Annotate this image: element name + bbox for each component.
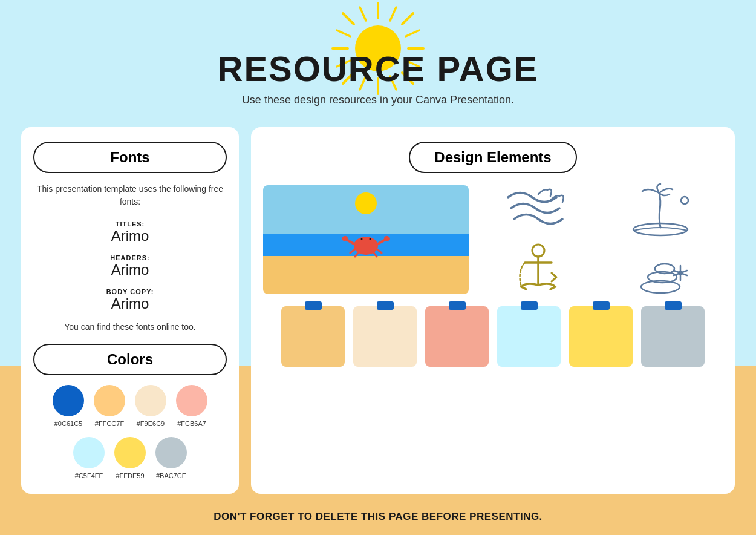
page-footer: DON'T FORGET TO DELETE THIS PAGE BEFORE … [0,511,756,523]
wind-waves-icon [502,185,575,234]
swatch-circle-yellow [114,437,146,468]
svg-point-31 [681,197,688,204]
color-swatch-orange: #FFCC7F [94,385,125,427]
swatch-circle-orange [94,385,125,416]
svg-line-4 [343,13,354,24]
fonts-header: Fonts [33,142,227,173]
font-titles-label: TITLES: [33,220,227,228]
palm-tree-icon-container [604,185,723,234]
page-subtitle: Use these design resources in your Canva… [0,94,756,107]
fonts-find-text: You can find these fonts online too. [33,322,227,332]
page-title: RESOURCE PAGE [0,48,756,89]
colors-header: Colors [33,344,227,375]
anchor-icon [508,240,569,294]
color-swatch-yellow: #FFDE59 [114,437,146,479]
swatch-label-orange: #FFCC7F [95,420,124,427]
swatch-circle-blue [53,385,84,416]
font-body-label: BODY COPY: [33,288,227,295]
sticky-note-3 [425,306,489,367]
svg-line-8 [337,30,350,36]
svg-line-12 [406,30,419,36]
left-panel: Fonts This presentation template uses th… [21,127,239,494]
color-swatch-lightblue: #C5F4FF [73,437,105,479]
svg-line-10 [360,7,366,21]
fonts-label: Fonts [110,149,149,166]
swatch-label-pink: #FCB6A7 [177,420,206,427]
beach-sun [355,192,377,214]
font-headers-name: Arimo [33,261,227,278]
sticky-note-2 [353,306,417,367]
sticky-note-6 [641,306,705,367]
font-entry-titles: TITLES: Arimo [33,220,227,245]
swatch-circle-lightblue [73,437,105,468]
colors-label: Colors [107,351,153,368]
svg-line-6 [402,13,413,24]
swatch-circle-cream [135,385,166,416]
content-wrapper: Fonts This presentation template uses th… [21,127,735,494]
color-swatches-row2: #C5F4FF #FFDE59 #BAC7CE [33,437,227,479]
swatch-circle-pink [176,385,207,416]
svg-point-17 [354,237,378,255]
stones-icon [627,240,700,294]
right-panel: Design Elements [251,127,735,494]
icons-grid [478,185,723,294]
sticky-note-1 [281,306,345,367]
sticky-notes-row [263,306,723,367]
design-elements-label: Design Elements [434,149,551,166]
font-body-name: Arimo [33,295,227,312]
colors-section: Colors #0C61C5 #FFCC7F #F9E6C9 [33,344,227,479]
swatch-label-cream: #F9E6C9 [137,420,165,427]
swatch-circle-gray [155,437,187,468]
sticky-note-4 [497,306,561,367]
footer-text: DON'T FORGET TO DELETE THIS PAGE BEFORE … [0,511,756,523]
swatch-label-blue: #0C61C5 [54,420,82,427]
swatch-label-gray: #BAC7CE [156,472,186,479]
color-swatch-cream: #F9E6C9 [135,385,166,427]
anchor-icon-container [478,243,598,291]
color-swatch-pink: #FCB6A7 [176,385,207,427]
wind-icon-container [478,185,598,234]
page-header: RESOURCE PAGE Use these design resources… [0,48,756,107]
design-elements-header: Design Elements [409,142,576,173]
font-entry-body: BODY COPY: Arimo [33,288,227,312]
sticky-note-5 [569,306,633,367]
font-titles-name: Arimo [33,228,227,245]
svg-line-22 [347,240,355,245]
svg-point-32 [532,245,544,257]
elements-top-row [263,185,723,294]
swatch-label-yellow: #FFDE59 [116,472,144,479]
svg-line-24 [377,240,385,245]
svg-point-20 [361,238,363,240]
svg-point-21 [370,238,371,240]
svg-line-14 [390,7,396,21]
fonts-description: This presentation template uses the foll… [33,183,227,208]
crab-icon [342,222,390,264]
beach-scene [263,185,469,294]
color-swatch-blue: #0C61C5 [53,385,84,427]
color-swatch-gray: #BAC7CE [155,437,187,479]
color-swatches-row1: #0C61C5 #FFCC7F #F9E6C9 #FCB6A7 [33,385,227,427]
stones-icon-container [604,243,723,291]
swatch-label-lightblue: #C5F4FF [75,472,103,479]
font-headers-label: HEADERS: [33,254,227,261]
palm-tree-icon [627,182,700,237]
starfish-decoration [674,266,687,280]
font-entry-headers: HEADERS: Arimo [33,254,227,278]
